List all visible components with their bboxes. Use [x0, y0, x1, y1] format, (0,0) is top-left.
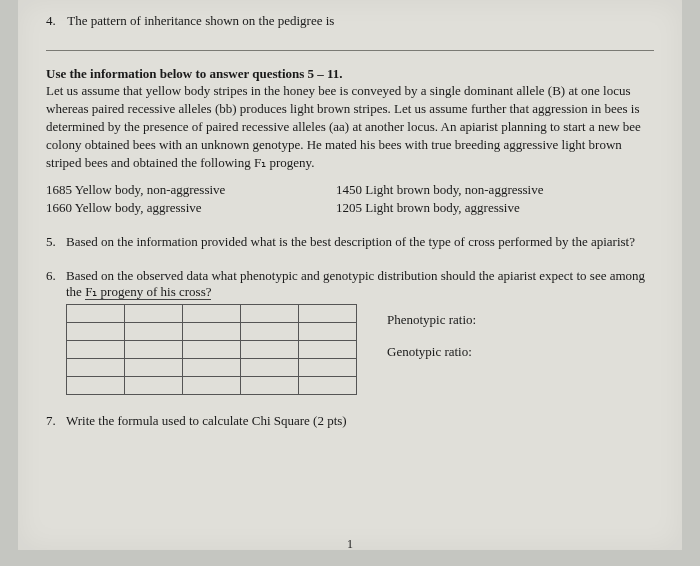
question-4-text: The pattern of inheritance shown on the …: [67, 12, 651, 30]
table-row: [67, 323, 357, 341]
question-4-number: 4.: [46, 12, 64, 30]
data-row-1: 1685 Yellow body, non-aggressive 1450 Li…: [46, 182, 654, 198]
data-r1c1: 1685 Yellow body, non-aggressive: [46, 182, 336, 198]
question-6-number: 6.: [46, 268, 66, 284]
table-row: [67, 359, 357, 377]
page-number: 1: [347, 537, 353, 552]
data-r1c2: 1450 Light brown body, non-aggressive: [336, 182, 626, 198]
question-7: 7. Write the formula used to calculate C…: [46, 413, 654, 429]
question-6-text: Based on the observed data what phenotyp…: [66, 268, 654, 300]
data-r2c2: 1205 Light brown body, aggressive: [336, 200, 626, 216]
section-heading: Use the information below to answer ques…: [46, 66, 343, 81]
question-7-number: 7.: [46, 413, 66, 429]
question-5-number: 5.: [46, 234, 66, 250]
question-6-underlined: F₁ progeny of his cross?: [85, 284, 211, 300]
ratio-labels: Phenotypic ratio: Genotypic ratio:: [387, 304, 476, 376]
section-intro: Use the information below to answer ques…: [46, 65, 654, 173]
worksheet-page: 4. The pattern of inheritance shown on t…: [18, 0, 682, 550]
section-intro-text: Let us assume that yellow body stripes i…: [46, 83, 641, 170]
phenotypic-ratio-label: Phenotypic ratio:: [387, 312, 476, 328]
table-row: [67, 377, 357, 395]
table-row: [67, 305, 357, 323]
question-4: 4. The pattern of inheritance shown on t…: [46, 12, 654, 51]
question-6-content: Phenotypic ratio: Genotypic ratio:: [66, 304, 654, 395]
question-7-text: Write the formula used to calculate Chi …: [66, 413, 654, 429]
question-5-text: Based on the information provided what i…: [66, 234, 654, 250]
question-5: 5. Based on the information provided wha…: [46, 234, 654, 250]
data-row-2: 1660 Yellow body, aggressive 1205 Light …: [46, 200, 654, 216]
data-r2c1: 1660 Yellow body, aggressive: [46, 200, 336, 216]
punnett-grid: [66, 304, 357, 395]
genotypic-ratio-label: Genotypic ratio:: [387, 344, 476, 360]
table-row: [67, 341, 357, 359]
question-6: 6. Based on the observed data what pheno…: [46, 268, 654, 300]
